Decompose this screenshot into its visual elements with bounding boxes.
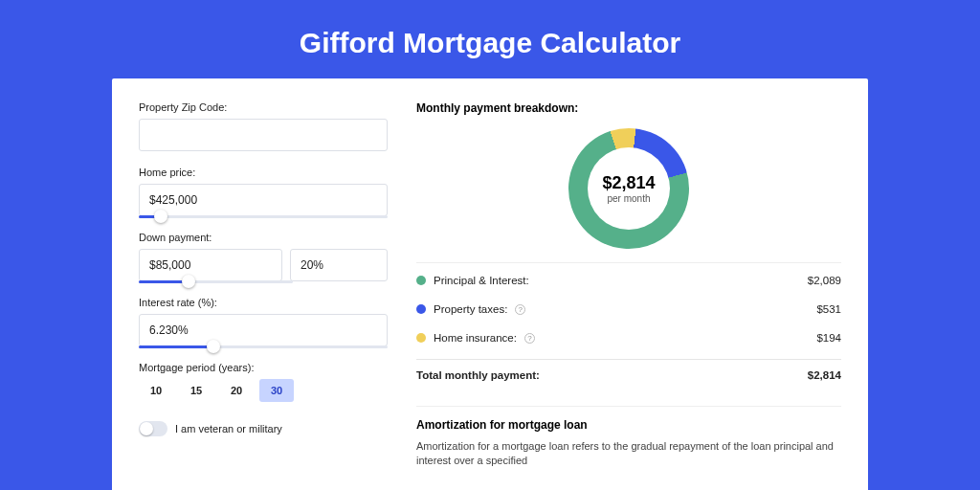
period-label: Mortgage period (years): (139, 362, 388, 373)
legend-row-total: Total monthly payment: $2,814 (416, 359, 841, 381)
donut-center-caption: per month (607, 193, 650, 204)
down-payment-pct-input[interactable] (290, 249, 388, 281)
interest-label: Interest rate (%): (139, 297, 388, 308)
total-label: Total monthly payment: (416, 369, 540, 381)
dot-icon (416, 276, 426, 285)
down-payment-label: Down payment: (139, 232, 388, 243)
info-icon[interactable]: ? (515, 304, 525, 315)
home-price-label: Home price: (139, 167, 388, 178)
legend-label: Principal & Interest: (434, 275, 529, 286)
home-price-slider[interactable] (139, 215, 388, 218)
down-payment-input[interactable] (139, 249, 282, 281)
interest-slider[interactable] (139, 345, 388, 348)
veteran-row: I am veteran or military (139, 421, 388, 436)
zip-label: Property Zip Code: (139, 101, 388, 113)
info-icon[interactable]: ? (524, 333, 535, 344)
period-option-20[interactable]: 20 (219, 379, 254, 402)
period-block: Mortgage period (years): 10 15 20 30 (139, 362, 388, 402)
total-value: $2,814 (808, 369, 841, 381)
legend-value: $194 (816, 332, 841, 344)
breakdown-title: Monthly payment breakdown: (416, 101, 841, 115)
donut-center-value: $2,814 (602, 173, 655, 193)
zip-input[interactable] (139, 119, 388, 151)
legend-label: Home insurance: (434, 332, 517, 344)
amortization-title: Amortization for mortgage loan (416, 418, 841, 432)
home-price-input[interactable] (139, 184, 388, 216)
down-payment-block: Down payment: (139, 232, 388, 283)
calculator-card: Property Zip Code: Home price: Down paym… (112, 78, 868, 490)
period-option-10[interactable]: 10 (139, 379, 173, 402)
legend-row-taxes: Property taxes: ? $531 (416, 298, 841, 315)
period-option-15[interactable]: 15 (179, 379, 213, 402)
period-option-30[interactable]: 30 (259, 379, 294, 402)
zip-block: Property Zip Code: (139, 101, 388, 151)
hero: Gifford Mortgage Calculator (0, 0, 980, 78)
dot-icon (416, 304, 426, 314)
legend: Principal & Interest: $2,089 Property ta… (416, 262, 841, 390)
legend-row-principal: Principal & Interest: $2,089 (416, 269, 841, 286)
down-payment-slider[interactable] (139, 280, 293, 283)
interest-input[interactable] (139, 314, 388, 346)
legend-value: $2,089 (808, 275, 841, 286)
legend-row-insurance: Home insurance: ? $194 (416, 326, 841, 344)
legend-value: $531 (816, 303, 841, 315)
donut-chart: $2,814 per month (553, 113, 705, 265)
home-price-block: Home price: (139, 167, 388, 218)
breakdown-panel: Monthly payment breakdown: $2,814 per mo… (416, 101, 841, 469)
dot-icon (416, 333, 426, 343)
interest-block: Interest rate (%): (139, 297, 388, 348)
donut-container: $2,814 per month (416, 122, 841, 262)
period-pills: 10 15 20 30 (139, 379, 388, 402)
page-title: Gifford Mortgage Calculator (0, 27, 980, 59)
veteran-label: I am veteran or military (175, 423, 282, 434)
amortization-section: Amortization for mortgage loan Amortizat… (416, 406, 841, 469)
form-panel: Property Zip Code: Home price: Down paym… (139, 101, 388, 469)
amortization-lead: Amortization for a mortgage loan refers … (416, 439, 841, 469)
legend-label: Property taxes: (434, 303, 507, 315)
veteran-toggle[interactable] (139, 421, 167, 436)
